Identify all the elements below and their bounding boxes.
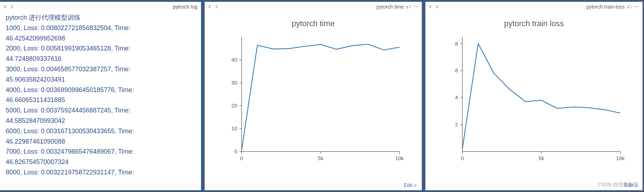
log-line: 5000, Loss: 0.003759244456887245, Time:	[6, 105, 199, 116]
svg-text:2: 2	[455, 121, 458, 128]
log-body[interactable]: pytorch 进行代理模型训练1000, Loss: 0.0080227218…	[0, 12, 201, 190]
line-icon[interactable]: 〰	[634, 4, 639, 10]
log-line: 6000, Loss: 0.0031671300530433655, Time:	[6, 126, 199, 136]
svg-text:0: 0	[240, 155, 243, 161]
svg-text:40: 40	[231, 57, 237, 63]
svg-text:30: 30	[231, 80, 237, 86]
header-text: pytorch train-loss	[586, 4, 625, 10]
log-line: 45.90635824203491	[6, 75, 199, 85]
time-chart-header: X ⥮ pytorch time 🏷 〰	[205, 2, 422, 12]
loss-chart-panel: X ⥮ pytorch train-loss 🏷 〰 pytorch train…	[425, 2, 643, 190]
anchor-icon[interactable]: ⥮	[9, 4, 14, 9]
svg-text:10k: 10k	[616, 155, 625, 161]
time-chart-panel: X ⥮ pytorch time 🏷 〰 pytorch time 010203…	[205, 2, 422, 190]
time-chart-plot[interactable]: 01020304005k10k	[220, 33, 407, 167]
close-icon[interactable]: X	[428, 4, 433, 9]
anchor-icon[interactable]: ⥮	[435, 4, 440, 9]
line-icon[interactable]: 〰	[413, 4, 418, 10]
header-text: pytorch time	[377, 4, 404, 10]
tag-icon[interactable]: 🏷	[406, 4, 411, 10]
log-panel-title: pytroch log	[173, 4, 197, 10]
svg-text:10: 10	[231, 125, 237, 131]
tag-icon[interactable]: 🏷	[627, 4, 632, 10]
svg-text:0: 0	[461, 155, 463, 161]
log-line: 8000, Loss: 0.0032219758722931147, Time:	[6, 167, 199, 178]
close-icon[interactable]: X	[3, 4, 7, 9]
time-chart-title: pytorch time	[292, 19, 335, 28]
time-chart-body: pytorch time 01020304005k10k Edit »	[205, 12, 422, 190]
svg-text:5k: 5k	[538, 155, 544, 161]
log-panel: X ⥮ pytroch log pytorch 进行代理模型训练1000, Lo…	[0, 2, 201, 190]
log-line: 1000, Loss: 0.008022721856832504, Time:	[6, 23, 199, 33]
loss-chart-header: X ⥮ pytorch train-loss 🏷 〰	[425, 2, 643, 12]
svg-text:5k: 5k	[318, 155, 323, 161]
log-line: pytorch 进行代理模型训练	[6, 13, 199, 23]
log-line: 3000, Loss: 0.004658577032387257, Time:	[6, 64, 199, 75]
svg-text:8: 8	[455, 40, 458, 47]
log-line: 46.826754570007324	[6, 157, 199, 167]
log-line: 4000, Loss: 0.0036990996450185776, Time:	[6, 85, 199, 95]
log-line: 2000, Loss: 0.005819919053465128, Time:	[6, 43, 199, 54]
svg-text:20: 20	[231, 102, 237, 109]
log-line: 7000, Loss: 0.0032479865476489067, Time:	[6, 147, 199, 157]
svg-text:0: 0	[234, 148, 237, 154]
edit-link[interactable]: Edit »	[404, 182, 417, 188]
time-chart-title-label: pytorch time 🏷 〰	[377, 4, 418, 10]
svg-text:4: 4	[455, 94, 458, 100]
log-panel-header: X ⥮ pytroch log	[0, 2, 201, 12]
anchor-icon[interactable]: ⥮	[214, 4, 219, 9]
log-line: 44.58528470993042	[6, 116, 199, 126]
log-line: 46.42542099952698	[6, 33, 199, 44]
close-icon[interactable]: X	[207, 4, 212, 9]
svg-text:6: 6	[455, 67, 458, 73]
edit-link[interactable]: Edit »	[625, 182, 638, 188]
loss-chart-plot[interactable]: 246805k10k	[441, 33, 627, 167]
log-line: 46.66065311431885	[6, 95, 199, 105]
log-line: 44.7248809337616	[6, 54, 199, 64]
loss-chart-title-label: pytorch train-loss 🏷 〰	[586, 4, 639, 10]
log-line: 46.22987461090088	[6, 136, 199, 147]
loss-chart-title: pytorch train loss	[504, 19, 564, 28]
svg-text:10k: 10k	[395, 155, 404, 161]
loss-chart-body: pytorch train loss 246805k10k Edit »	[425, 12, 643, 190]
